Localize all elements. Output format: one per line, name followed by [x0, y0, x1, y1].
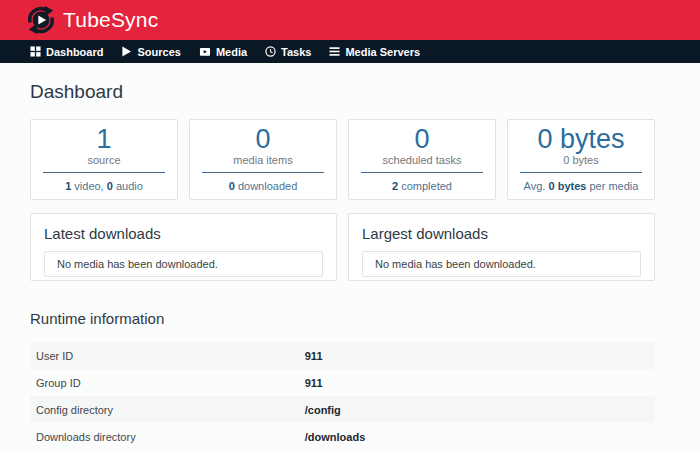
play-icon [121, 46, 132, 57]
runtime-row-label: Config directory [30, 396, 299, 423]
nav-item-sources[interactable]: Sources [121, 46, 180, 58]
stat-label: 0 bytes [508, 154, 654, 166]
page-title: Dashboard [30, 81, 655, 103]
app-title[interactable]: TubeSync [63, 8, 158, 32]
nav-item-label: Media Servers [345, 46, 420, 58]
stat-detail[interactable]: 1 video, 0 audio [31, 180, 177, 192]
runtime-row-label: User ID [30, 342, 299, 369]
stat-card-sources[interactable]: 1 source 1 video, 0 audio [30, 119, 178, 200]
runtime-information-table: User ID 911 Group ID 911 Config director… [30, 342, 655, 450]
nav-item-media-servers[interactable]: Media Servers [329, 46, 420, 58]
stat-divider [202, 172, 324, 173]
table-row: Downloads directory /downloads [30, 423, 655, 450]
runtime-row-value: 911 [299, 342, 655, 369]
nav-item-media[interactable]: Media [199, 46, 247, 58]
stat-detail: Avg. 0 bytes per media [508, 180, 654, 192]
latest-downloads-title: Latest downloads [44, 225, 323, 242]
runtime-row-label: Group ID [30, 369, 299, 396]
app-header: TubeSync [0, 0, 700, 40]
table-row: Config directory /config [30, 396, 655, 423]
runtime-row-value: /downloads [299, 423, 655, 450]
stats-row: 1 source 1 video, 0 audio 0 media items … [30, 119, 655, 200]
downloads-row: Latest downloads No media has been downl… [30, 213, 655, 281]
runtime-row-value: /config [299, 396, 655, 423]
nav-item-label: Sources [137, 46, 180, 58]
stat-detail[interactable]: 0 downloaded [190, 180, 336, 192]
stat-value: 0 [349, 125, 495, 154]
nav-item-tasks[interactable]: Tasks [265, 46, 311, 58]
video-icon [199, 46, 211, 57]
stat-label: scheduled tasks [349, 154, 495, 166]
runtime-row-value: 911 [299, 369, 655, 396]
stat-value: 1 [31, 125, 177, 154]
table-row: Group ID 911 [30, 369, 655, 396]
dashboard-page: Dashboard 1 source 1 video, 0 audio 0 me… [30, 81, 655, 450]
dashboard-grid-icon [30, 46, 41, 57]
nav-item-dashboard[interactable]: Dashboard [30, 46, 103, 58]
stat-value: 0 bytes [508, 125, 654, 154]
stat-label: source [31, 154, 177, 166]
stat-divider [361, 172, 483, 173]
largest-downloads-title: Largest downloads [362, 225, 641, 242]
largest-downloads-card: Largest downloads No media has been down… [348, 213, 655, 281]
main-nav: Dashboard Sources Media Tasks Media Serv… [0, 40, 700, 63]
tubesync-logo-icon[interactable] [26, 5, 56, 35]
stat-label: media items [190, 154, 336, 166]
clock-icon [265, 46, 276, 57]
stat-card-media-items[interactable]: 0 media items 0 downloaded [189, 119, 337, 200]
runtime-information-title: Runtime information [30, 310, 655, 327]
nav-item-label: Tasks [281, 46, 311, 58]
stat-detail[interactable]: 2 completed [349, 180, 495, 192]
largest-downloads-empty-message: No media has been downloaded. [362, 251, 641, 277]
latest-downloads-empty-message: No media has been downloaded. [44, 251, 323, 277]
latest-downloads-card: Latest downloads No media has been downl… [30, 213, 337, 281]
list-icon [329, 46, 340, 57]
stat-value: 0 [190, 125, 336, 154]
stat-divider [520, 172, 642, 173]
stat-card-scheduled-tasks[interactable]: 0 scheduled tasks 2 completed [348, 119, 496, 200]
runtime-information-section: Runtime information User ID 911 Group ID… [30, 310, 655, 450]
stat-card-bytes[interactable]: 0 bytes 0 bytes Avg. 0 bytes per media [507, 119, 655, 200]
nav-item-label: Media [216, 46, 247, 58]
runtime-row-label: Downloads directory [30, 423, 299, 450]
stat-divider [43, 172, 165, 173]
table-row: User ID 911 [30, 342, 655, 369]
nav-item-label: Dashboard [46, 46, 103, 58]
